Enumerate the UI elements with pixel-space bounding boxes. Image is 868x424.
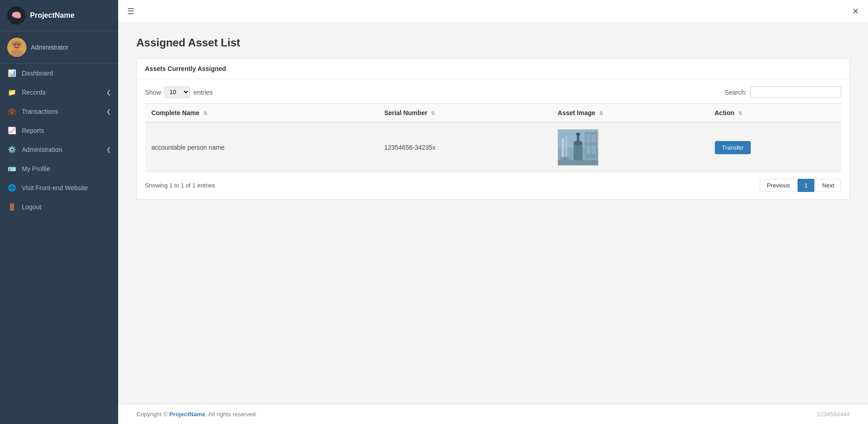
brand-name: ProjectName: [30, 11, 75, 20]
sidebar-item-visit-frontend[interactable]: 🌐 Visit Front-end Website: [0, 178, 118, 197]
pagination-row: Showing 1 to 1 of 1 entries Previous 1 N…: [145, 179, 841, 192]
col-action[interactable]: Action ⇅: [708, 104, 842, 123]
table-controls: Show 10 25 50 100 entries Search:: [145, 86, 841, 98]
dashboard-icon: 📊: [7, 69, 16, 77]
my-profile-icon: 🪪: [7, 165, 16, 173]
sidebar-item-label: Visit Front-end Website: [22, 184, 88, 192]
sidebar-item-dashboard[interactable]: 📊 Dashboard: [0, 64, 118, 83]
sidebar-item-transactions[interactable]: 💼 Transactions ❮: [0, 102, 118, 121]
topbar: ☰ ✕: [118, 0, 868, 23]
close-icon[interactable]: ✕: [852, 6, 859, 16]
sidebar-item-administration[interactable]: ⚙️ Administration ❮: [0, 140, 118, 159]
sort-icon: ⇅: [599, 111, 603, 116]
sidebar-item-label: My Profile: [22, 165, 50, 172]
svg-rect-9: [565, 136, 568, 159]
pagination-buttons: Previous 1 Next: [760, 179, 841, 192]
menu-icon[interactable]: ☰: [127, 6, 135, 16]
svg-point-15: [576, 133, 580, 136]
svg-rect-19: [586, 145, 591, 154]
footer-id: 1234564444: [817, 411, 850, 418]
rights-text: . All rights reserved.: [205, 411, 257, 418]
globe-icon: 🌐: [7, 184, 16, 192]
show-label: Show: [145, 89, 161, 96]
search-box: Search:: [725, 86, 841, 98]
search-label: Search:: [725, 89, 747, 96]
user-name: Administrator: [31, 44, 68, 51]
svg-rect-14: [577, 134, 579, 144]
assets-table: Complete Name ⇅ Serial Number ⇅ Asset Im…: [145, 103, 841, 172]
col-serial-number[interactable]: Serial Number ⇅: [378, 104, 552, 123]
footer-brand-link[interactable]: ProjectName: [169, 411, 205, 418]
transactions-icon: 💼: [7, 107, 16, 116]
sidebar-item-label: Records: [22, 89, 45, 96]
cell-complete-name: accountable person name: [145, 122, 378, 172]
chevron-icon: ❮: [106, 89, 111, 96]
chevron-icon: ❮: [106, 108, 111, 115]
sidebar-item-label: Reports: [22, 127, 44, 134]
svg-rect-20: [592, 145, 596, 154]
sidebar-item-my-profile[interactable]: 🪪 My Profile: [0, 159, 118, 178]
search-input[interactable]: [750, 86, 841, 98]
records-icon: 📁: [7, 88, 16, 96]
page-1-button[interactable]: 1: [798, 179, 814, 192]
card-header: Assets Currently Assigned: [137, 59, 849, 79]
svg-rect-12: [574, 143, 583, 161]
entries-select[interactable]: 10 25 50 100: [165, 86, 190, 98]
asset-image: [558, 129, 599, 166]
svg-rect-8: [562, 138, 564, 158]
sidebar-item-reports[interactable]: 📈 Reports: [0, 121, 118, 140]
chevron-icon: ❮: [106, 146, 111, 153]
user-section: Administrator: [0, 31, 118, 64]
entries-label: entries: [194, 89, 213, 96]
avatar: [7, 38, 26, 57]
showing-text: Showing 1 to 1 of 1 entries: [145, 182, 215, 189]
previous-button[interactable]: Previous: [760, 179, 797, 192]
sidebar-item-label: Administration: [22, 146, 62, 153]
sort-icon: ⇅: [738, 111, 742, 116]
next-button[interactable]: Next: [815, 179, 841, 192]
svg-rect-5: [12, 42, 22, 46]
sidebar: 🧠 ProjectName Administrator 📊 Dashboard: [0, 0, 118, 424]
svg-point-11: [563, 157, 569, 161]
page-title: Assigned Asset List: [136, 36, 850, 49]
sidebar-brand[interactable]: 🧠 ProjectName: [0, 0, 118, 31]
col-asset-image[interactable]: Asset Image ⇅: [551, 104, 708, 123]
brand-logo-icon: 🧠: [7, 6, 25, 25]
logout-icon: 🚪: [7, 203, 16, 211]
sidebar-item-logout[interactable]: 🚪 Logout: [0, 197, 118, 217]
copyright-text: Copyright ©: [136, 411, 169, 418]
administration-icon: ⚙️: [7, 146, 16, 154]
cell-asset-image: [551, 122, 708, 172]
sidebar-item-label: Transactions: [22, 108, 58, 115]
footer-copyright: Copyright © ProjectName. All rights rese…: [136, 411, 257, 418]
cell-action: Transfer: [708, 122, 842, 172]
transfer-button[interactable]: Transfer: [715, 141, 751, 154]
sidebar-nav: 📊 Dashboard 📁 Records ❮ 💼 Transactions ❮…: [0, 64, 118, 424]
sidebar-item-label: Dashboard: [22, 70, 53, 77]
sidebar-item-label: Logout: [22, 203, 41, 211]
content-area: Assigned Asset List Assets Currently Ass…: [118, 23, 868, 404]
svg-rect-17: [586, 134, 591, 143]
sort-icon: ⇅: [203, 111, 207, 116]
table-row: accountable person name 12354656-34235x: [145, 122, 841, 172]
col-complete-name[interactable]: Complete Name ⇅: [145, 104, 378, 123]
cell-serial-number: 12354656-34235x: [378, 122, 552, 172]
footer: Copyright © ProjectName. All rights rese…: [118, 404, 868, 424]
show-entries: Show 10 25 50 100 entries: [145, 86, 213, 98]
main-content: ☰ ✕ Assigned Asset List Assets Currently…: [118, 0, 868, 424]
sort-icon: ⇅: [431, 111, 435, 116]
svg-rect-21: [558, 160, 598, 165]
card: Assets Currently Assigned Show 10 25 50 …: [136, 58, 850, 200]
reports-icon: 📈: [7, 126, 16, 135]
svg-rect-18: [592, 134, 596, 143]
card-body: Show 10 25 50 100 entries Search:: [137, 79, 849, 199]
sidebar-item-records[interactable]: 📁 Records ❮: [0, 83, 118, 102]
